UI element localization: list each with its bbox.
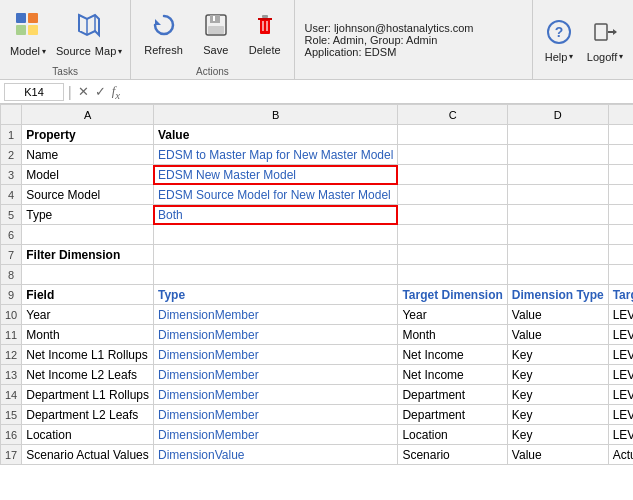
cell[interactable]: Net Income L1 Rollups: [22, 345, 154, 365]
cell[interactable]: Filter Dimension: [22, 245, 154, 265]
cell[interactable]: EDSM to Master Map for New Master Model: [153, 145, 397, 165]
cell[interactable]: Key: [507, 385, 608, 405]
cell[interactable]: [398, 225, 507, 245]
table-row[interactable]: 13Net Income L2 LeafsDimensionMemberNet …: [1, 365, 634, 385]
cell[interactable]: [608, 265, 633, 285]
help-button[interactable]: ? Help ▾: [539, 15, 579, 67]
table-row[interactable]: 7Filter Dimension: [1, 245, 634, 265]
cell[interactable]: EDSM Source Model for New Master Model: [153, 185, 397, 205]
cell[interactable]: LEVEL 1: [608, 385, 633, 405]
cell[interactable]: [153, 265, 397, 285]
cell[interactable]: [608, 245, 633, 265]
cell[interactable]: Type: [153, 285, 397, 305]
table-row[interactable]: 4Source ModelEDSM Source Model for New M…: [1, 185, 634, 205]
cell[interactable]: Department L2 Leafs: [22, 405, 154, 425]
cell[interactable]: DimensionMember: [153, 425, 397, 445]
cell[interactable]: Source Model: [22, 185, 154, 205]
col-d-header[interactable]: D: [507, 105, 608, 125]
cell[interactable]: DimensionMember: [153, 365, 397, 385]
cell[interactable]: [608, 125, 633, 145]
cell[interactable]: [608, 165, 633, 185]
cell[interactable]: Department: [398, 405, 507, 425]
cell[interactable]: DimensionMember: [153, 385, 397, 405]
cell[interactable]: [398, 205, 507, 225]
cell[interactable]: DimensionMember: [153, 325, 397, 345]
cell[interactable]: [398, 145, 507, 165]
table-row[interactable]: 17Scenario Actual ValuesDimensionValueSc…: [1, 445, 634, 465]
delete-button[interactable]: Delete: [242, 7, 288, 61]
cell[interactable]: [22, 265, 154, 285]
table-row[interactable]: 14Department L1 RollupsDimensionMemberDe…: [1, 385, 634, 405]
insert-function-icon[interactable]: fx: [110, 83, 122, 101]
cell[interactable]: DimensionMember: [153, 345, 397, 365]
save-button[interactable]: Save: [194, 7, 238, 61]
cell[interactable]: [398, 245, 507, 265]
cell[interactable]: LEVEL 2: [608, 365, 633, 385]
table-row[interactable]: 3ModelEDSM New Master Model: [1, 165, 634, 185]
cell[interactable]: Net Income L2 Leafs: [22, 365, 154, 385]
cell[interactable]: Target Value: [608, 285, 633, 305]
cell[interactable]: [507, 165, 608, 185]
cancel-formula-icon[interactable]: ✕: [76, 84, 91, 99]
cell[interactable]: Actuals: [608, 445, 633, 465]
cell[interactable]: [507, 205, 608, 225]
cell[interactable]: Department L1 Rollups: [22, 385, 154, 405]
cell[interactable]: [608, 205, 633, 225]
cell[interactable]: Year: [398, 305, 507, 325]
cell[interactable]: DimensionMember: [153, 405, 397, 425]
source-map-button[interactable]: Source Map ▾: [54, 7, 124, 61]
cell[interactable]: Month: [22, 325, 154, 345]
cell[interactable]: [398, 125, 507, 145]
cell[interactable]: Both: [153, 205, 397, 225]
col-b-header[interactable]: B: [153, 105, 397, 125]
cell[interactable]: Value: [507, 305, 608, 325]
cell[interactable]: Department: [398, 385, 507, 405]
cell[interactable]: Name: [22, 145, 154, 165]
cell[interactable]: [608, 145, 633, 165]
cell[interactable]: LEVEL 1: [608, 325, 633, 345]
cell[interactable]: Model: [22, 165, 154, 185]
cell[interactable]: Type: [22, 205, 154, 225]
table-row[interactable]: 10YearDimensionMemberYearValueLEVEL 1: [1, 305, 634, 325]
cell[interactable]: Location: [398, 425, 507, 445]
table-row[interactable]: 6: [1, 225, 634, 245]
table-row[interactable]: 8: [1, 265, 634, 285]
cell[interactable]: LEVEL 2: [608, 405, 633, 425]
cell[interactable]: Target Dimension: [398, 285, 507, 305]
cell[interactable]: DimensionValue: [153, 445, 397, 465]
cell[interactable]: [507, 245, 608, 265]
col-e-header[interactable]: E: [608, 105, 633, 125]
cell[interactable]: LEVEL 1: [608, 345, 633, 365]
table-row[interactable]: 5TypeBoth: [1, 205, 634, 225]
cell[interactable]: Scenario: [398, 445, 507, 465]
refresh-button[interactable]: Refresh: [137, 7, 190, 61]
cell[interactable]: [153, 245, 397, 265]
model-button[interactable]: Model ▾: [6, 7, 50, 61]
confirm-formula-icon[interactable]: ✓: [93, 84, 108, 99]
cell[interactable]: Scenario Actual Values: [22, 445, 154, 465]
cell[interactable]: Field: [22, 285, 154, 305]
cell[interactable]: Month: [398, 325, 507, 345]
cell-reference-input[interactable]: [4, 83, 64, 101]
cell[interactable]: [608, 185, 633, 205]
cell[interactable]: LEVEL 1: [608, 425, 633, 445]
cell[interactable]: LEVEL 1: [608, 305, 633, 325]
cell[interactable]: [398, 165, 507, 185]
cell[interactable]: [153, 225, 397, 245]
cell[interactable]: Net Income: [398, 345, 507, 365]
cell[interactable]: EDSM New Master Model: [153, 165, 397, 185]
table-row[interactable]: 2NameEDSM to Master Map for New Master M…: [1, 145, 634, 165]
cell[interactable]: Value: [507, 325, 608, 345]
cell[interactable]: Value: [507, 445, 608, 465]
table-row[interactable]: 1PropertyValue: [1, 125, 634, 145]
cell[interactable]: [507, 125, 608, 145]
cell[interactable]: Net Income: [398, 365, 507, 385]
table-row[interactable]: 11MonthDimensionMemberMonthValueLEVEL 1: [1, 325, 634, 345]
cell[interactable]: Dimension Type: [507, 285, 608, 305]
logoff-button[interactable]: Logoff ▾: [583, 15, 627, 67]
cell[interactable]: Value: [153, 125, 397, 145]
cell[interactable]: Key: [507, 405, 608, 425]
cell[interactable]: [22, 225, 154, 245]
cell[interactable]: DimensionMember: [153, 305, 397, 325]
cell[interactable]: Property: [22, 125, 154, 145]
